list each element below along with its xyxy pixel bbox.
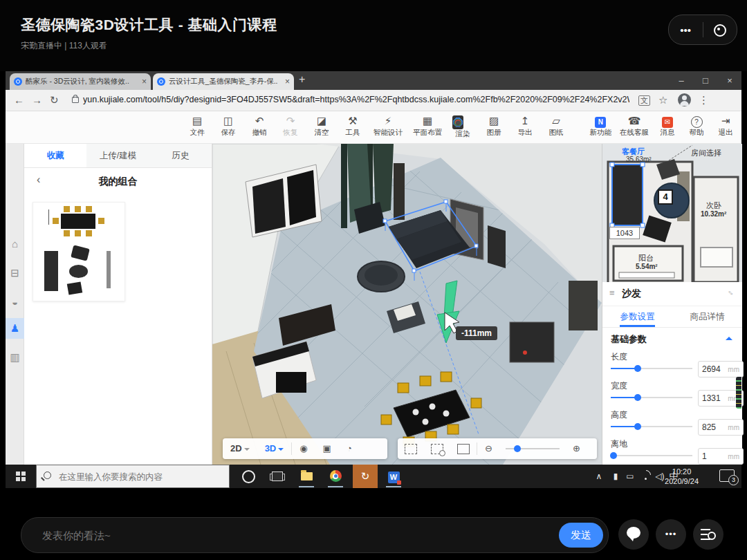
width-slider[interactable] xyxy=(611,397,692,398)
toolbar-help[interactable]: ?帮助 xyxy=(686,114,707,138)
translate-icon[interactable]: 文 xyxy=(638,95,650,106)
tab-close-icon[interactable]: × xyxy=(142,77,147,86)
toolbar-undo[interactable]: ↶撤销 xyxy=(249,114,270,139)
decor-icon[interactable]: ◒ xyxy=(6,292,24,312)
slider-handle[interactable] xyxy=(634,365,641,372)
3d-viewport[interactable]: -111mm 2D 3D ◉ ▣ ◔ ⊖ ⊕ xyxy=(212,144,602,465)
toolbar-new-features[interactable]: N新功能 xyxy=(590,114,612,138)
toolbar-support[interactable]: ☎在线客服 xyxy=(620,114,649,138)
task-view-button[interactable] xyxy=(264,465,290,488)
close-button[interactable]: × xyxy=(718,71,741,90)
tab-close-icon[interactable]: × xyxy=(285,77,290,86)
length-value-input[interactable]: 2694mm xyxy=(698,361,744,377)
browser-menu-icon[interactable]: ⋮ xyxy=(699,94,709,106)
toolbar-gallery[interactable]: ▨图册 xyxy=(483,114,504,139)
tab-history[interactable]: 历史 xyxy=(149,144,212,167)
tray-volume-icon[interactable]: ◁) xyxy=(654,465,665,488)
file-explorer-button[interactable] xyxy=(293,465,320,488)
compass-orbit-button[interactable]: ◔ xyxy=(339,438,360,459)
toolbar-tools[interactable]: ⚒工具 xyxy=(342,114,363,139)
toolbar-clear[interactable]: ◪清空 xyxy=(311,114,332,139)
tray-chevron-up[interactable]: ∧ xyxy=(592,465,606,488)
address-bar[interactable]: yun.kujiale.com/tool/h5/diy?designid=3FO… xyxy=(83,95,629,104)
notification-center-button[interactable]: 3 xyxy=(719,469,735,482)
marquee-select-icon[interactable] xyxy=(405,444,417,454)
drag-handle-icon[interactable]: ≡ xyxy=(609,288,615,298)
floorplan-minimap[interactable]: 客餐厅 35.63m² 房间选择 4 1043 次卧 10.32m² 阳台 5.… xyxy=(602,144,742,282)
room-selector[interactable]: 房间选择 xyxy=(691,148,721,158)
soft-furnish-icon[interactable]: ⊟ xyxy=(6,263,24,283)
right-edge-tab[interactable] xyxy=(736,377,741,409)
length-slider[interactable] xyxy=(611,368,692,369)
zoom-slider[interactable] xyxy=(506,448,560,449)
record-button[interactable] xyxy=(703,23,737,37)
browser-tab-1[interactable]: 酷家乐 - 3D云设计, 室内装修效.. × xyxy=(10,73,151,90)
search-input[interactable] xyxy=(57,465,223,489)
profile-avatar[interactable] xyxy=(678,93,691,106)
tab-favorites[interactable]: 收藏 xyxy=(24,144,86,167)
zoom-in-button[interactable]: ⊕ xyxy=(565,438,588,459)
elevation-value-input[interactable]: 1mm xyxy=(698,448,744,465)
tab-parameters[interactable]: 参数设置 xyxy=(602,306,672,327)
back-chevron-icon[interactable]: ‹ xyxy=(37,174,40,186)
param-width: 宽度 1331mm xyxy=(602,379,742,408)
browser-tab-2[interactable]: 云设计工具_圣德保陶瓷_李丹-保.. × xyxy=(153,73,294,90)
slider-handle[interactable] xyxy=(634,394,641,401)
chrome-button[interactable] xyxy=(322,465,349,488)
slider-handle[interactable] xyxy=(610,452,617,459)
toolbar-drawings[interactable]: ▱图纸 xyxy=(546,114,566,139)
maximize-button[interactable]: □ xyxy=(694,71,717,90)
tab-upload-model[interactable]: 上传/建模 xyxy=(86,144,149,167)
chat-more-button[interactable]: ••• xyxy=(656,519,686,550)
slider-handle[interactable] xyxy=(634,423,641,430)
toolbar-export[interactable]: ↥导出 xyxy=(515,114,535,139)
tray-wifi-icon[interactable] xyxy=(639,465,652,488)
chat-input[interactable] xyxy=(41,518,528,552)
cortana-button[interactable] xyxy=(235,465,261,488)
reload-icon[interactable]: ↻ xyxy=(50,94,59,106)
stream-more-button[interactable]: ••• xyxy=(669,24,703,36)
tray-keyboard-icon[interactable]: ▭ xyxy=(624,465,636,488)
hard-furnish-icon[interactable]: ⌂ xyxy=(6,234,24,254)
tray-clock[interactable]: 10:20 2020/9/24 xyxy=(665,467,699,486)
expand-icon[interactable]: ⇔ xyxy=(725,286,737,299)
height-slider[interactable] xyxy=(611,426,692,427)
height-value-input[interactable]: 825mm xyxy=(698,419,744,436)
toolbar-file[interactable]: ▤文件 xyxy=(187,114,208,139)
figure-icon[interactable]: ♟ xyxy=(6,318,24,339)
minimize-button[interactable]: – xyxy=(670,71,693,90)
toolbar-floorplan[interactable]: ▦平面布置 xyxy=(413,114,442,139)
toolbar-smart-design[interactable]: ⚡智能设计 xyxy=(374,114,403,139)
basic-params-section[interactable]: 基础参数 xyxy=(602,328,742,350)
new-tab-button[interactable]: + xyxy=(299,73,305,86)
elevation-slider[interactable] xyxy=(611,455,692,456)
toolbar-exit[interactable]: ⇥退出 xyxy=(715,114,736,138)
taskbar-search[interactable] xyxy=(36,465,230,488)
mode-3d-button[interactable]: 3D xyxy=(257,438,292,459)
kujiale-app-button[interactable]: ↻ xyxy=(353,465,378,488)
wps-app-button[interactable]: W xyxy=(380,465,407,488)
cabinet-icon[interactable]: ▥ xyxy=(6,347,24,368)
toolbar-redo[interactable]: ↷恢复 xyxy=(280,114,301,139)
param-length: 长度 2694mm xyxy=(602,350,742,379)
danmaku-toggle-button[interactable] xyxy=(618,519,649,550)
viewer-list-button[interactable] xyxy=(693,519,723,550)
furniture-combo-item[interactable] xyxy=(33,202,125,301)
zoom-slider-handle[interactable] xyxy=(514,445,521,452)
marquee-settings-icon[interactable] xyxy=(431,444,443,454)
bookmark-star-icon[interactable]: ☆ xyxy=(658,94,667,106)
visibility-eye-button[interactable]: ◉ xyxy=(292,438,315,459)
send-button[interactable]: 发送 xyxy=(559,523,603,548)
mode-2d-button[interactable]: 2D xyxy=(223,438,257,459)
cube-view-button[interactable]: ▣ xyxy=(315,438,339,459)
toolbar-messages[interactable]: ✉消息 xyxy=(657,114,678,138)
tab-product-details[interactable]: 商品详情 xyxy=(672,306,742,327)
zoom-out-button[interactable]: ⊖ xyxy=(477,438,500,459)
back-icon[interactable]: ← xyxy=(14,94,24,106)
toolbar-save[interactable]: ◫保存 xyxy=(218,114,239,139)
tray-device-icon[interactable]: ▮ xyxy=(610,465,621,488)
forward-icon[interactable]: → xyxy=(32,94,42,106)
start-button[interactable] xyxy=(6,465,36,488)
toolbar-render[interactable]: ◉渲染 xyxy=(452,114,473,139)
focus-selection-icon[interactable] xyxy=(457,444,470,454)
